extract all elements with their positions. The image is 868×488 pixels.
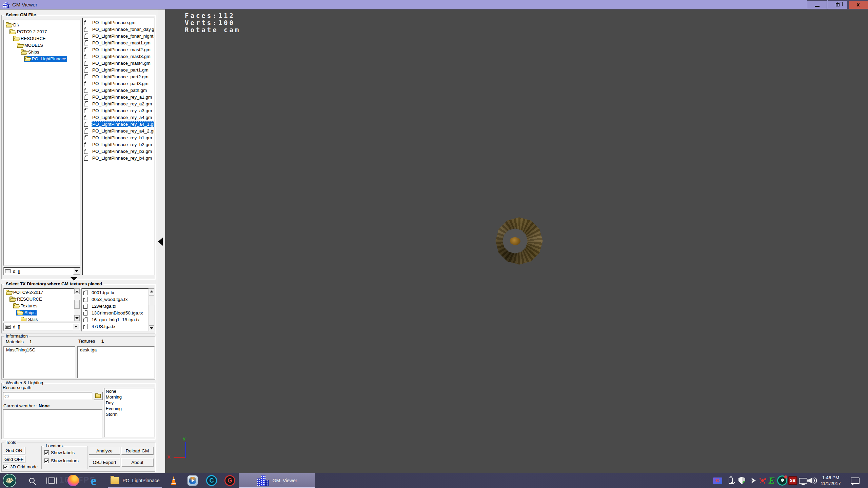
file-item[interactable]: PO_LightPinnace_mast2.gm: [82, 46, 154, 53]
show-locators-checkbox-row[interactable]: Show locators: [44, 458, 79, 463]
tree-item[interactable]: Textures: [4, 302, 74, 309]
file-item[interactable]: PO_LightPinnace_part2.gm: [82, 73, 154, 80]
tree-item[interactable]: PO_LightPinnace: [4, 55, 80, 62]
tray-defender[interactable]: [736, 473, 747, 488]
tree-item[interactable]: Sails: [4, 316, 74, 321]
list-option[interactable]: Morning: [105, 394, 154, 400]
gm-drive-dropdown-button[interactable]: [73, 268, 80, 274]
grid3d-checkbox-row[interactable]: 3D Grid mode: [3, 464, 38, 469]
file-item[interactable]: PO_LightPinnace_rey_a3.gm: [82, 107, 154, 114]
checkbox-checked-icon[interactable]: [44, 450, 49, 455]
action-center-button[interactable]: [848, 473, 862, 488]
list-option[interactable]: Day: [105, 400, 154, 406]
tray-shield[interactable]: [776, 473, 788, 488]
file-item[interactable]: 47US.tga.tx: [82, 323, 149, 330]
edge-taskbar-button[interactable]: e: [84, 473, 103, 488]
tray-energy[interactable]: E: [766, 473, 777, 488]
tree-item[interactable]: POTC9-2-2017: [4, 28, 80, 35]
grid-off-button[interactable]: Grid OFF: [3, 455, 25, 463]
close-button[interactable]: x: [848, 0, 868, 9]
file-item[interactable]: PO_LightPinnace_rey_a4_1.gm: [82, 121, 154, 127]
grid-on-button[interactable]: Grid ON: [3, 447, 25, 454]
updater-taskbar-button[interactable]: G: [221, 473, 239, 488]
file-item[interactable]: 0001.tga.tx: [82, 289, 149, 296]
file-item[interactable]: PO_LightPinnace_part3.gm: [82, 80, 154, 87]
tree-item[interactable]: Ships: [4, 48, 80, 55]
scroll-up-button[interactable]: [149, 288, 154, 294]
file-item[interactable]: 12wer.tga.tx: [82, 303, 149, 309]
show-labels-checkbox-row[interactable]: Show labels: [44, 450, 75, 455]
tray-afterburner[interactable]: 60: [711, 473, 724, 488]
file-item[interactable]: 16_gun_brig1_18.tga.tx: [82, 316, 149, 323]
texture-file-list[interactable]: 0001.tga.tx0053_wood.tga.tx12wer.tga.tx1…: [82, 289, 149, 330]
gm-file-list[interactable]: PO_LightPinnace.gmPO_LightPinnace_fonar_…: [82, 18, 155, 275]
tx-drive-dropdown-button[interactable]: [73, 323, 79, 330]
restore-button[interactable]: [828, 0, 848, 9]
analyze-button[interactable]: Analyze: [89, 447, 120, 455]
tray-plane[interactable]: [747, 473, 757, 488]
file-item[interactable]: PO_LightPinnace_rey_a2.gm: [82, 100, 154, 107]
tree-item[interactable]: D:\: [4, 21, 80, 28]
browse-folder-button[interactable]: [94, 392, 102, 400]
weather-options-list[interactable]: NoneMorningDayEveningStorm: [104, 388, 155, 437]
list-option[interactable]: None: [105, 389, 154, 394]
list-option[interactable]: Evening: [105, 406, 154, 412]
tx-drive-combo[interactable]: d: []: [3, 323, 80, 331]
file-item[interactable]: PO_LightPinnace_rey_b3.gm: [82, 148, 154, 155]
window-titlebar[interactable]: GM Viewer x: [0, 0, 868, 9]
file-item[interactable]: PO_LightPinnace_fonar_night.gm: [82, 33, 154, 39]
scrollbar-thumb[interactable]: [149, 295, 154, 305]
file-item[interactable]: PO_LightPinnace_mast3.gm: [82, 53, 154, 60]
vlc-taskbar-button[interactable]: [165, 473, 182, 488]
tray-sandboxie[interactable]: SB: [787, 473, 798, 488]
start-button[interactable]: [2, 473, 17, 488]
media-player-taskbar-button[interactable]: [184, 473, 201, 488]
gm-directory-tree[interactable]: D:\POTC9-2-2017RESOURCEMODELSShipsPO_Lig…: [3, 20, 81, 266]
panel-collapse-arrow-icon[interactable]: [158, 238, 163, 246]
obj-export-button[interactable]: OBJ Export: [89, 458, 120, 466]
scroll-up-button[interactable]: [74, 288, 80, 294]
list-option[interactable]: desk.tga: [79, 347, 153, 353]
cleaner-taskbar-button[interactable]: C: [203, 473, 220, 488]
taskbar-search-button[interactable]: [24, 473, 39, 488]
tree-item[interactable]: MODELS: [4, 42, 80, 48]
file-item[interactable]: 0053_wood.tga.tx: [82, 296, 149, 303]
file-item[interactable]: PO_LightPinnace_rey_a4.gm: [82, 114, 154, 121]
gm-viewer-window-button[interactable]: GM_Viewer: [239, 473, 315, 488]
file-item[interactable]: 13CrimsonBlood50.tga.tx: [82, 309, 149, 316]
file-item[interactable]: PO_LightPinnace_rey_b2.gm: [82, 141, 154, 148]
file-item[interactable]: PO_LightPinnace_rey_b1.gm: [82, 134, 154, 141]
file-item[interactable]: PO_LightPinnace_part1.gm: [82, 66, 154, 73]
reload-gm-button[interactable]: Reload GM: [121, 447, 153, 455]
file-item[interactable]: PO_LightPinnace_path.gm: [82, 87, 154, 94]
minimize-button[interactable]: [807, 0, 827, 9]
task-view-button[interactable]: [43, 473, 60, 488]
tx-directory-tree[interactable]: POTC9-2-2017RESOURCETexturesShipsSails: [4, 289, 74, 321]
viewport-3d[interactable]: Faces:112 Verts:100 Rotate cam x y: [165, 9, 868, 473]
tray-usb[interactable]: [726, 473, 736, 488]
file-item[interactable]: PO_LightPinnace_mast1.gm: [82, 39, 154, 46]
file-item[interactable]: PO_LightPinnace_rey_a4_2.gm: [82, 127, 154, 134]
textures-list[interactable]: desk.tga: [77, 346, 155, 378]
tree-item[interactable]: RESOURCE: [4, 35, 80, 42]
file-item[interactable]: PO_LightPinnace_rey_b4.gm: [82, 155, 154, 161]
checkbox-checked-icon[interactable]: [3, 465, 8, 469]
scrollbar-thumb[interactable]: [74, 300, 80, 309]
gm-drive-combo[interactable]: d: []: [3, 267, 81, 275]
file-item[interactable]: PO_LightPinnace_mast4.gm: [82, 60, 154, 66]
tx-tree-scrollbar[interactable]: [74, 288, 80, 321]
scroll-down-button[interactable]: [74, 315, 80, 321]
materials-list[interactable]: MastThing1SG: [3, 346, 75, 378]
file-item[interactable]: PO_LightPinnace_fonar_day.gm: [82, 26, 154, 33]
firefox-taskbar-button[interactable]: [64, 473, 83, 488]
taskbar-clock[interactable]: 1:46 PM 11/1/2017: [816, 473, 845, 488]
texture-list-scrollbar[interactable]: [149, 288, 154, 331]
scroll-down-button[interactable]: [149, 325, 154, 331]
explorer-window-button[interactable]: PO_LightPinnace: [107, 473, 163, 488]
tree-item[interactable]: RESOURCE: [4, 296, 74, 302]
resource-path-input[interactable]: c:\: [3, 392, 92, 400]
checkbox-checked-icon[interactable]: [44, 459, 49, 463]
splitter-collapse-icon[interactable]: [71, 277, 77, 281]
list-option[interactable]: MastThing1SG: [5, 347, 74, 353]
tree-item[interactable]: POTC9-2-2017: [4, 289, 74, 296]
